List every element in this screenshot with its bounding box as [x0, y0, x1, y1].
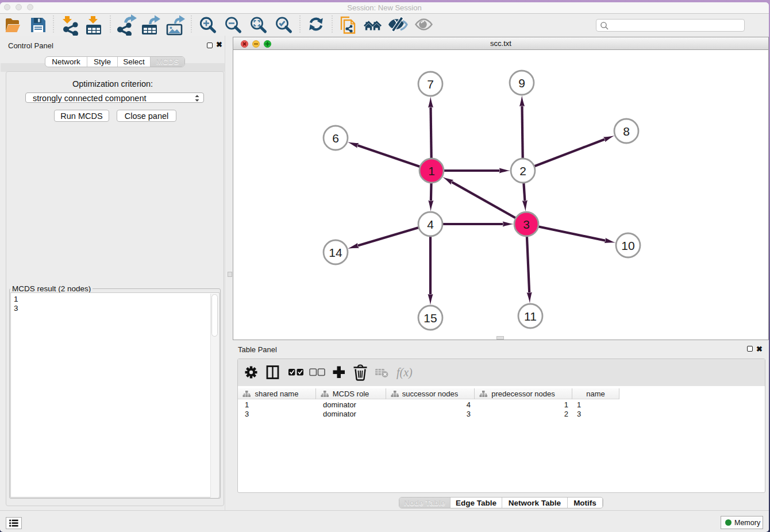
svg-text:3: 3: [523, 218, 530, 231]
svg-text:8: 8: [623, 125, 630, 138]
svg-text:9: 9: [518, 76, 525, 90]
svg-text:2: 2: [519, 164, 526, 178]
svg-text:10: 10: [621, 239, 634, 252]
svg-text:6: 6: [332, 132, 339, 145]
svg-text:14: 14: [329, 246, 342, 259]
svg-text:4: 4: [427, 218, 434, 231]
svg-text:7: 7: [427, 78, 434, 91]
svg-text:f(x): f(x): [396, 366, 413, 379]
svg-text:11: 11: [524, 310, 537, 323]
svg-text:1: 1: [428, 164, 435, 178]
svg-text:15: 15: [424, 311, 437, 325]
